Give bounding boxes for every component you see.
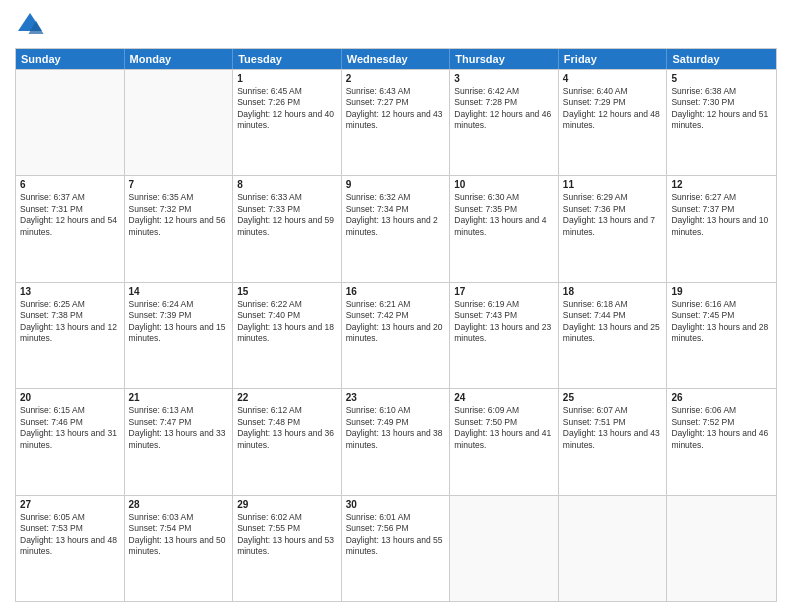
calendar-header: SundayMondayTuesdayWednesdayThursdayFrid…	[16, 49, 776, 69]
day-number: 9	[346, 179, 446, 190]
cell-info: Sunrise: 6:27 AM Sunset: 7:37 PM Dayligh…	[671, 192, 772, 238]
cell-info: Sunrise: 6:38 AM Sunset: 7:30 PM Dayligh…	[671, 86, 772, 132]
cell-info: Sunrise: 6:29 AM Sunset: 7:36 PM Dayligh…	[563, 192, 663, 238]
calendar-row: 20Sunrise: 6:15 AM Sunset: 7:46 PM Dayli…	[16, 388, 776, 494]
day-number: 18	[563, 286, 663, 297]
day-number: 20	[20, 392, 120, 403]
calendar-cell: 14Sunrise: 6:24 AM Sunset: 7:39 PM Dayli…	[125, 283, 234, 388]
calendar: SundayMondayTuesdayWednesdayThursdayFrid…	[15, 48, 777, 602]
cell-info: Sunrise: 6:42 AM Sunset: 7:28 PM Dayligh…	[454, 86, 554, 132]
calendar-header-cell: Thursday	[450, 49, 559, 69]
day-number: 2	[346, 73, 446, 84]
calendar-cell: 16Sunrise: 6:21 AM Sunset: 7:42 PM Dayli…	[342, 283, 451, 388]
cell-info: Sunrise: 6:10 AM Sunset: 7:49 PM Dayligh…	[346, 405, 446, 451]
cell-info: Sunrise: 6:32 AM Sunset: 7:34 PM Dayligh…	[346, 192, 446, 238]
day-number: 29	[237, 499, 337, 510]
cell-info: Sunrise: 6:22 AM Sunset: 7:40 PM Dayligh…	[237, 299, 337, 345]
calendar-cell: 20Sunrise: 6:15 AM Sunset: 7:46 PM Dayli…	[16, 389, 125, 494]
header	[15, 10, 777, 40]
calendar-cell	[559, 496, 668, 601]
cell-info: Sunrise: 6:37 AM Sunset: 7:31 PM Dayligh…	[20, 192, 120, 238]
calendar-cell: 13Sunrise: 6:25 AM Sunset: 7:38 PM Dayli…	[16, 283, 125, 388]
calendar-row: 6Sunrise: 6:37 AM Sunset: 7:31 PM Daylig…	[16, 175, 776, 281]
cell-info: Sunrise: 6:03 AM Sunset: 7:54 PM Dayligh…	[129, 512, 229, 558]
day-number: 4	[563, 73, 663, 84]
calendar-cell: 27Sunrise: 6:05 AM Sunset: 7:53 PM Dayli…	[16, 496, 125, 601]
calendar-cell: 4Sunrise: 6:40 AM Sunset: 7:29 PM Daylig…	[559, 70, 668, 175]
cell-info: Sunrise: 6:09 AM Sunset: 7:50 PM Dayligh…	[454, 405, 554, 451]
logo-icon	[15, 10, 45, 40]
calendar-cell: 10Sunrise: 6:30 AM Sunset: 7:35 PM Dayli…	[450, 176, 559, 281]
calendar-cell: 11Sunrise: 6:29 AM Sunset: 7:36 PM Dayli…	[559, 176, 668, 281]
calendar-header-cell: Friday	[559, 49, 668, 69]
calendar-cell: 19Sunrise: 6:16 AM Sunset: 7:45 PM Dayli…	[667, 283, 776, 388]
cell-info: Sunrise: 6:45 AM Sunset: 7:26 PM Dayligh…	[237, 86, 337, 132]
cell-info: Sunrise: 6:13 AM Sunset: 7:47 PM Dayligh…	[129, 405, 229, 451]
calendar-cell: 15Sunrise: 6:22 AM Sunset: 7:40 PM Dayli…	[233, 283, 342, 388]
cell-info: Sunrise: 6:05 AM Sunset: 7:53 PM Dayligh…	[20, 512, 120, 558]
calendar-cell: 7Sunrise: 6:35 AM Sunset: 7:32 PM Daylig…	[125, 176, 234, 281]
calendar-header-cell: Monday	[125, 49, 234, 69]
cell-info: Sunrise: 6:18 AM Sunset: 7:44 PM Dayligh…	[563, 299, 663, 345]
day-number: 21	[129, 392, 229, 403]
cell-info: Sunrise: 6:30 AM Sunset: 7:35 PM Dayligh…	[454, 192, 554, 238]
calendar-cell: 26Sunrise: 6:06 AM Sunset: 7:52 PM Dayli…	[667, 389, 776, 494]
calendar-cell	[125, 70, 234, 175]
day-number: 7	[129, 179, 229, 190]
calendar-cell: 23Sunrise: 6:10 AM Sunset: 7:49 PM Dayli…	[342, 389, 451, 494]
cell-info: Sunrise: 6:40 AM Sunset: 7:29 PM Dayligh…	[563, 86, 663, 132]
day-number: 8	[237, 179, 337, 190]
calendar-header-cell: Tuesday	[233, 49, 342, 69]
calendar-cell: 21Sunrise: 6:13 AM Sunset: 7:47 PM Dayli…	[125, 389, 234, 494]
cell-info: Sunrise: 6:16 AM Sunset: 7:45 PM Dayligh…	[671, 299, 772, 345]
day-number: 19	[671, 286, 772, 297]
day-number: 25	[563, 392, 663, 403]
day-number: 15	[237, 286, 337, 297]
cell-info: Sunrise: 6:35 AM Sunset: 7:32 PM Dayligh…	[129, 192, 229, 238]
calendar-header-cell: Saturday	[667, 49, 776, 69]
day-number: 10	[454, 179, 554, 190]
day-number: 28	[129, 499, 229, 510]
cell-info: Sunrise: 6:15 AM Sunset: 7:46 PM Dayligh…	[20, 405, 120, 451]
calendar-cell: 3Sunrise: 6:42 AM Sunset: 7:28 PM Daylig…	[450, 70, 559, 175]
calendar-cell: 30Sunrise: 6:01 AM Sunset: 7:56 PM Dayli…	[342, 496, 451, 601]
calendar-row: 1Sunrise: 6:45 AM Sunset: 7:26 PM Daylig…	[16, 69, 776, 175]
cell-info: Sunrise: 6:21 AM Sunset: 7:42 PM Dayligh…	[346, 299, 446, 345]
cell-info: Sunrise: 6:43 AM Sunset: 7:27 PM Dayligh…	[346, 86, 446, 132]
cell-info: Sunrise: 6:19 AM Sunset: 7:43 PM Dayligh…	[454, 299, 554, 345]
cell-info: Sunrise: 6:01 AM Sunset: 7:56 PM Dayligh…	[346, 512, 446, 558]
cell-info: Sunrise: 6:12 AM Sunset: 7:48 PM Dayligh…	[237, 405, 337, 451]
day-number: 3	[454, 73, 554, 84]
calendar-cell	[16, 70, 125, 175]
calendar-row: 13Sunrise: 6:25 AM Sunset: 7:38 PM Dayli…	[16, 282, 776, 388]
day-number: 27	[20, 499, 120, 510]
day-number: 24	[454, 392, 554, 403]
cell-info: Sunrise: 6:33 AM Sunset: 7:33 PM Dayligh…	[237, 192, 337, 238]
calendar-cell	[450, 496, 559, 601]
calendar-cell: 8Sunrise: 6:33 AM Sunset: 7:33 PM Daylig…	[233, 176, 342, 281]
day-number: 11	[563, 179, 663, 190]
calendar-cell: 28Sunrise: 6:03 AM Sunset: 7:54 PM Dayli…	[125, 496, 234, 601]
cell-info: Sunrise: 6:06 AM Sunset: 7:52 PM Dayligh…	[671, 405, 772, 451]
calendar-header-cell: Sunday	[16, 49, 125, 69]
calendar-cell: 18Sunrise: 6:18 AM Sunset: 7:44 PM Dayli…	[559, 283, 668, 388]
calendar-cell: 5Sunrise: 6:38 AM Sunset: 7:30 PM Daylig…	[667, 70, 776, 175]
cell-info: Sunrise: 6:25 AM Sunset: 7:38 PM Dayligh…	[20, 299, 120, 345]
calendar-cell: 6Sunrise: 6:37 AM Sunset: 7:31 PM Daylig…	[16, 176, 125, 281]
calendar-header-cell: Wednesday	[342, 49, 451, 69]
day-number: 1	[237, 73, 337, 84]
day-number: 13	[20, 286, 120, 297]
day-number: 16	[346, 286, 446, 297]
calendar-cell	[667, 496, 776, 601]
day-number: 23	[346, 392, 446, 403]
day-number: 12	[671, 179, 772, 190]
day-number: 22	[237, 392, 337, 403]
page: SundayMondayTuesdayWednesdayThursdayFrid…	[0, 0, 792, 612]
calendar-cell: 9Sunrise: 6:32 AM Sunset: 7:34 PM Daylig…	[342, 176, 451, 281]
day-number: 14	[129, 286, 229, 297]
day-number: 5	[671, 73, 772, 84]
day-number: 6	[20, 179, 120, 190]
day-number: 26	[671, 392, 772, 403]
day-number: 17	[454, 286, 554, 297]
calendar-cell: 25Sunrise: 6:07 AM Sunset: 7:51 PM Dayli…	[559, 389, 668, 494]
